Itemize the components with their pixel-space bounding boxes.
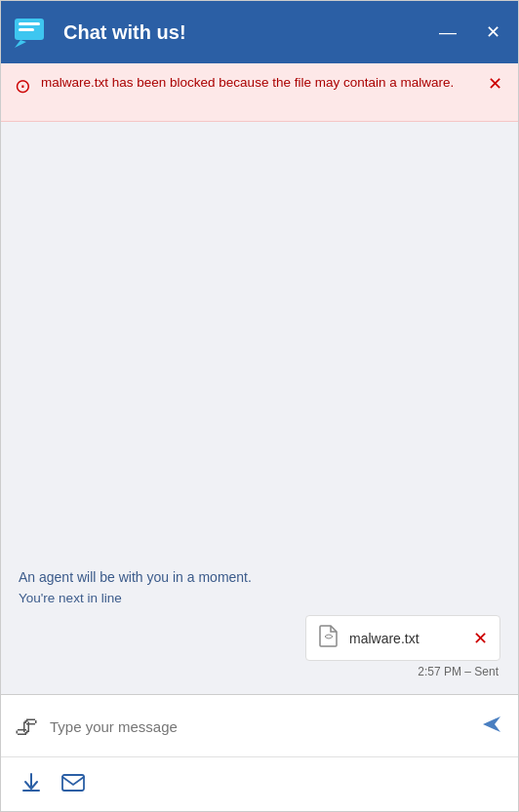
message-input[interactable] <box>50 718 469 735</box>
close-button[interactable]: ✕ <box>480 19 506 45</box>
download-icon <box>20 771 42 793</box>
svg-rect-5 <box>62 775 84 791</box>
paperclip-icon: 🖇 <box>15 714 38 740</box>
chat-window: Chat with us! — ✕ ⊙ malware.txt has been… <box>0 0 519 812</box>
warning-close-button[interactable]: ✕ <box>486 73 504 95</box>
footer-area <box>1 756 518 811</box>
titlebar: Chat with us! — ✕ <box>1 1 518 63</box>
attachment-remove-button[interactable]: ✕ <box>473 628 488 649</box>
agent-status-text: An agent will be with you in a moment. <box>19 569 500 585</box>
titlebar-controls: — ✕ <box>433 19 506 45</box>
email-icon <box>61 774 85 792</box>
warning-banner: ⊙ malware.txt has been blocked because t… <box>1 63 518 122</box>
attach-button[interactable]: 🖇 <box>15 714 38 741</box>
warning-icon: ⊙ <box>15 74 31 97</box>
svg-rect-2 <box>19 28 34 31</box>
chat-status: An agent will be with you in a moment. Y… <box>19 569 500 682</box>
attachment-row: malware.txt ✕ <box>19 615 500 661</box>
message-timestamp: 2:57 PM – Sent <box>418 665 499 678</box>
send-icon <box>481 713 504 736</box>
chat-icon <box>13 13 52 52</box>
minimize-button[interactable]: — <box>433 20 462 45</box>
send-button[interactable] <box>481 713 504 742</box>
warning-text: malware.txt has been blocked because the… <box>41 73 476 93</box>
svg-marker-3 <box>15 40 26 48</box>
queue-status-text: You're next in line <box>19 591 500 605</box>
chat-body: An agent will be with you in a moment. Y… <box>1 122 518 694</box>
email-button[interactable] <box>61 772 85 797</box>
input-area: 🖇 <box>1 694 518 756</box>
attachment-filename: malware.txt <box>349 631 463 646</box>
timestamp-row: 2:57 PM – Sent <box>19 665 500 678</box>
file-icon <box>318 624 339 652</box>
attachment-bubble: malware.txt ✕ <box>305 615 500 661</box>
svg-rect-1 <box>19 22 40 25</box>
download-button[interactable] <box>20 771 42 798</box>
titlebar-title: Chat with us! <box>63 21 433 44</box>
